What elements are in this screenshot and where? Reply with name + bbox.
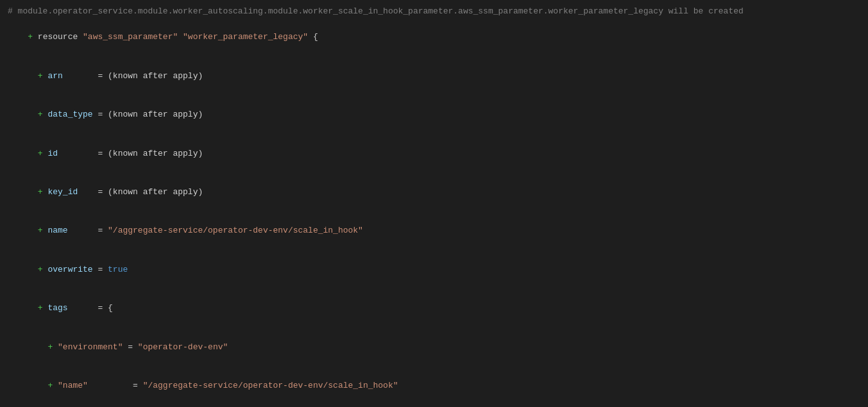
field-arn: + arn = (known after apply) [8,57,860,96]
tag-environment: + "environment" = "operator-dev-env" [8,328,860,367]
plus-icon: + [28,32,38,42]
resource-line: + resource "aws_ssm_parameter" "worker_p… [8,18,860,56]
field-id: + id = (known after apply) [8,134,860,172]
field-data-type: + data_type = (known after apply) [8,96,860,134]
terminal-output: # module.operator_service.module.worker_… [0,0,868,407]
resource-keyword: resource [38,32,83,42]
comment-line: # module.operator_service.module.worker_… [8,5,860,18]
field-tags-open: + tags = { [8,289,860,328]
tag-name: + "name" = "/aggregate-service/operator-… [8,367,860,405]
resource-type: "aws_ssm_parameter" "worker_parameter_le… [83,32,308,42]
field-name: + name = "/aggregate-service/operator-de… [8,212,860,250]
field-overwrite: + overwrite = true [8,251,860,289]
brace-open: { [308,32,318,42]
field-key-id: + key_id = (known after apply) [8,173,860,212]
